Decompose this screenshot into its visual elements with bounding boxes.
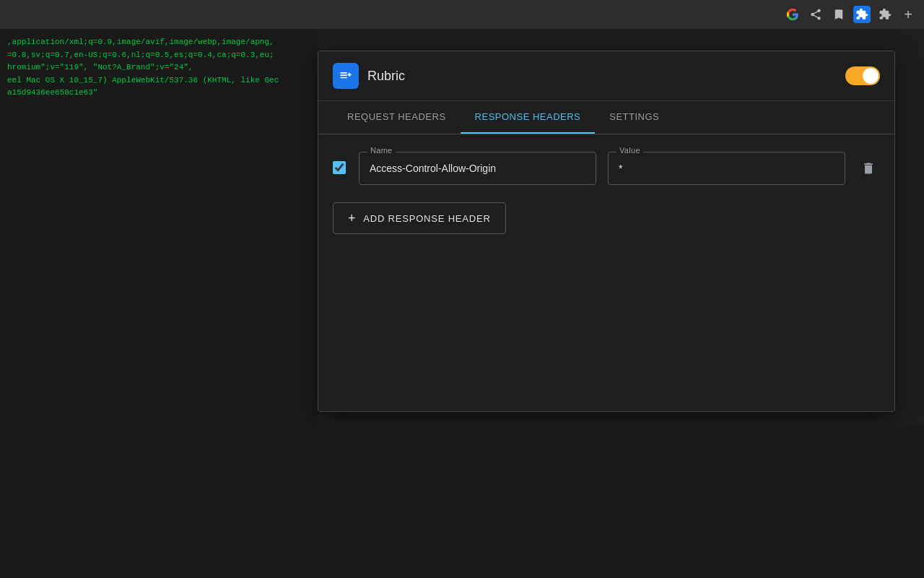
value-field-group: Value — [608, 152, 845, 185]
row-enabled-checkbox[interactable] — [333, 161, 346, 174]
panel-logo — [333, 63, 359, 89]
tab-settings[interactable]: SETTINGS — [595, 101, 674, 134]
row-checkbox-container — [333, 161, 347, 176]
name-field-label: Name — [367, 146, 396, 155]
tabs-bar: REQUEST HEADERS RESPONSE HEADERS SETTING… — [318, 101, 894, 134]
delete-row-button[interactable] — [857, 157, 880, 180]
new-tab-icon[interactable]: + — [899, 6, 917, 23]
bottom-area — [0, 426, 924, 578]
google-icon[interactable] — [784, 6, 801, 23]
value-input[interactable] — [608, 152, 845, 185]
toggle-knob — [863, 68, 879, 84]
header-row: Name Value — [333, 152, 880, 185]
code-line: a15d9436ee658c1e63" — [7, 87, 310, 100]
extension-active-icon[interactable] — [853, 6, 871, 23]
code-line: hromium";v="119", "Not?A_Brand";v="24", — [7, 61, 310, 74]
name-field-group: Name — [359, 152, 596, 185]
panel-header: Rubric — [318, 51, 894, 101]
code-line: =0.8,sv;q=0.7,en-US;q=0.6,nl;q=0.5,es;q=… — [7, 49, 310, 62]
name-input[interactable] — [359, 152, 596, 185]
logo-icon — [339, 69, 353, 83]
tab-request-headers[interactable]: REQUEST HEADERS — [333, 101, 461, 134]
browser-toolbar: + — [0, 0, 924, 29]
share-icon[interactable] — [807, 6, 824, 23]
add-icon: + — [348, 212, 356, 225]
add-button-label: ADD RESPONSE HEADER — [363, 213, 490, 224]
trash-icon — [861, 161, 876, 176]
panel-content: Name Value + ADD RESPONSE HEADER — [318, 134, 894, 411]
enable-toggle[interactable] — [845, 66, 880, 85]
puzzle-icon[interactable] — [876, 6, 894, 23]
panel-title: Rubric — [367, 69, 837, 84]
add-response-header-button[interactable]: + ADD RESPONSE HEADER — [333, 202, 506, 234]
extension-popup: Rubric REQUEST HEADERS RESPONSE HEADERS … — [318, 51, 895, 412]
bookmark-icon[interactable] — [830, 6, 847, 23]
code-line: ,application/xml;q=0.9,image/avif,image/… — [7, 36, 310, 49]
tab-response-headers[interactable]: RESPONSE HEADERS — [461, 101, 596, 134]
value-field-label: Value — [616, 146, 643, 155]
code-line: eel Mac OS X 10_15_7) AppleWebKit/537.36… — [7, 74, 310, 87]
